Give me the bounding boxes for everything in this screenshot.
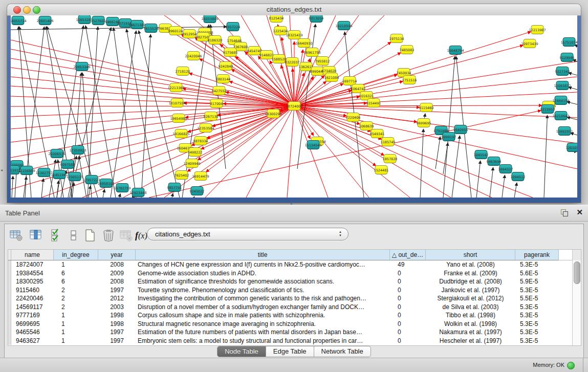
graph-node-16782759[interactable]: 16782759 — [114, 184, 130, 192]
graph-node-18300295[interactable]: 18300295 — [265, 110, 281, 118]
graph-node-1185745[interactable]: 1185745 — [381, 138, 396, 146]
citation-edge[interactable] — [287, 106, 294, 198]
table-row[interactable]: 946554611997Estimation of the future num… — [8, 328, 581, 337]
citation-edge[interactable] — [12, 176, 13, 198]
graph-node-8427552[interactable]: 8427552 — [212, 86, 227, 95]
graph-node-20206576[interactable]: 20206576 — [48, 149, 65, 158]
tab-node-table[interactable]: Node Table — [217, 346, 266, 357]
citation-edge[interactable] — [88, 27, 98, 198]
graph-node-1640955[interactable]: 1640955 — [453, 125, 468, 134]
citation-edge[interactable] — [452, 136, 460, 198]
graph-node-1694327[interactable]: 1694327 — [498, 165, 513, 173]
graph-node-22420046[interactable]: 22420046 — [185, 52, 202, 60]
window-titlebar[interactable]: citations_edges.txt — [7, 4, 581, 16]
citation-edge[interactable] — [514, 183, 517, 198]
graph-node-7955812[interactable]: 7955812 — [315, 57, 330, 65]
citation-edge[interactable] — [294, 105, 542, 106]
graph-node-16914479[interactable]: 16914479 — [192, 172, 209, 181]
graph-node-9097588[interactable]: 9097588 — [60, 160, 75, 169]
citation-edge[interactable] — [11, 58, 294, 106]
citation-edge[interactable] — [210, 25, 226, 169]
citation-edge[interactable] — [189, 73, 294, 106]
citation-edge[interactable] — [435, 137, 440, 169]
graph-node-7615526[interactable]: 7615526 — [144, 24, 159, 33]
column-header-pagerank[interactable]: pagerank — [515, 250, 559, 260]
graph-node-8267130[interactable]: 8267130 — [204, 112, 219, 121]
citation-edge[interactable] — [141, 34, 150, 198]
citation-network[interactable]: 1872400718300295193845547663822996012489… — [11, 15, 577, 198]
column-header-year[interactable]: year — [98, 250, 136, 260]
graph-node-12923448[interactable]: 12923448 — [129, 188, 146, 197]
close-panel-icon[interactable]: ✕ — [576, 208, 583, 217]
graph-node-19218596[interactable]: 19218596 — [335, 21, 352, 30]
graph-node-12342757[interactable]: 12342757 — [35, 168, 52, 177]
table-row[interactable]: 911546021997Tourette syndrome. Phenomeno… — [8, 286, 581, 295]
graph-node-16958107[interactable]: 16958107 — [97, 179, 114, 188]
graph-node-817004[interactable]: 817004 — [210, 99, 223, 108]
graph-node-12444154[interactable]: 12444154 — [552, 96, 569, 105]
graph-node-8912954[interactable]: 8912954 — [182, 30, 197, 38]
citation-edge[interactable] — [294, 106, 492, 198]
row-height-icon[interactable] — [67, 228, 81, 243]
network-canvas[interactable]: 1872400718300295193845547663822996012489… — [11, 15, 577, 198]
citation-edge[interactable] — [490, 167, 493, 198]
graph-node-9227343[interactable]: 9227343 — [555, 67, 570, 76]
graph-node-1094512[interactable]: 1094512 — [511, 172, 526, 181]
citation-edge[interactable] — [103, 189, 104, 198]
graph-node-12505135[interactable]: 12505135 — [66, 172, 83, 181]
graph-node-9699695[interactable]: 9699695 — [417, 119, 431, 127]
graph-node-9215953[interactable]: 9215953 — [540, 105, 555, 114]
citation-edge[interactable] — [41, 179, 43, 198]
citation-edge[interactable] — [420, 129, 423, 198]
graph-node-15134545[interactable]: 15134545 — [304, 141, 321, 149]
citation-edge[interactable] — [11, 106, 294, 106]
graph-node-15692931[interactable]: 15692931 — [556, 127, 573, 136]
manage-columns-icon[interactable] — [29, 228, 43, 243]
graph-node-1751516[interactable]: 1751516 — [402, 76, 417, 84]
table-row[interactable]: 1456911722003Disruption of a novel membe… — [8, 303, 581, 312]
graph-node-8186328[interactable]: 8186328 — [208, 36, 223, 45]
graph-node-12093872[interactable]: 12093872 — [554, 81, 571, 90]
graph-node-9463694[interactable]: 9463694 — [487, 157, 502, 166]
graph-node-2718120[interactable]: 2718120 — [176, 67, 190, 76]
function-builder-icon[interactable]: f(x) — [135, 230, 147, 241]
graph-node-9857791[interactable]: 9857791 — [167, 183, 182, 192]
graph-node-1201054[interactable]: 1201054 — [566, 143, 577, 152]
graph-node-18724007[interactable]: 18724007 — [286, 102, 302, 111]
graph-node-9115460[interactable]: 9115460 — [419, 103, 434, 112]
graph-node-1621084[interactable]: 1621084 — [324, 73, 339, 82]
citation-edge[interactable] — [126, 29, 157, 198]
graph-node-9960124[interactable]: 9960124 — [168, 27, 183, 35]
graph-node-10973439[interactable]: 10973439 — [521, 39, 538, 48]
graph-node-12353584[interactable]: 12353584 — [197, 124, 214, 133]
memory-ok-indicator[interactable] — [567, 362, 575, 369]
graph-node-16648794[interactable]: 16648794 — [447, 46, 464, 55]
graph-node-8549341[interactable]: 8549341 — [370, 129, 385, 138]
graph-node-7220406[interactable]: 7220406 — [346, 113, 361, 122]
float-panel-icon[interactable] — [561, 209, 569, 216]
graph-node-1225434[interactable]: 1225434 — [273, 27, 288, 35]
graph-node-17359928[interactable]: 17359928 — [69, 146, 86, 155]
scrollbar-thumb[interactable] — [574, 261, 580, 284]
column-header-out_degree[interactable]: △ out_de… — [390, 250, 426, 260]
graph-node-8322037[interactable]: 8322037 — [285, 58, 300, 67]
graph-node-18107554[interactable]: 18107554 — [168, 99, 185, 107]
graph-node-9129946[interactable]: 9129946 — [560, 53, 575, 62]
tab-network-table[interactable]: Network Table — [314, 346, 371, 357]
citation-edge[interactable] — [119, 193, 120, 198]
panel-collapse-arrow[interactable]: ◂ — [1, 168, 3, 172]
graph-node-8813054[interactable]: 8813054 — [309, 15, 324, 23]
graph-node-16210643[interactable]: 16210643 — [552, 112, 569, 120]
table-settings-icon[interactable] — [9, 228, 24, 243]
citation-edge[interactable] — [172, 193, 173, 198]
graph-node-15751074[interactable]: 15751074 — [560, 38, 577, 47]
graph-node-1975134[interactable]: 1975134 — [389, 34, 404, 43]
table-row[interactable]: 1872400712008Changes of HCN gene express… — [8, 260, 581, 269]
graph-node-20953346[interactable]: 20953346 — [73, 62, 90, 71]
graph-node-8878334[interactable]: 8878334 — [193, 137, 208, 145]
graph-node-12213363[interactable]: 12213363 — [167, 83, 184, 92]
graph-node-2803144[interactable]: 2803144 — [216, 75, 231, 83]
graph-node-18325419[interactable]: 18325419 — [286, 31, 302, 39]
column-header-name[interactable]: name — [11, 250, 54, 260]
column-header-short[interactable]: short — [426, 250, 515, 260]
